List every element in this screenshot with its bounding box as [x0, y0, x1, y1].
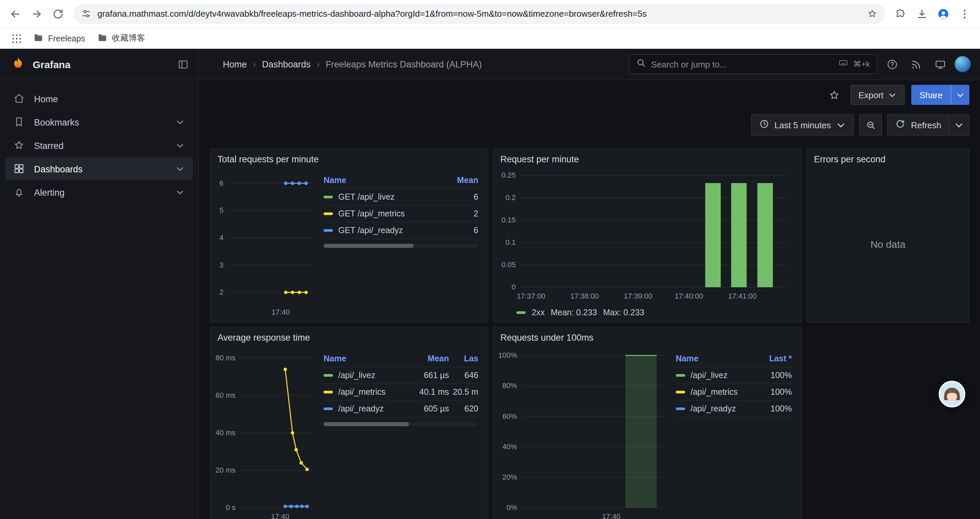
bookmark-icon	[13, 116, 25, 128]
menu-kebab-icon[interactable]	[955, 4, 975, 24]
panel-request-per-minute: Request per minute 0.250.20.150.10.05017…	[493, 148, 802, 323]
bookmark-freeleaps[interactable]: Freeleaps	[28, 30, 91, 47]
legend-header-name[interactable]: Name	[323, 176, 441, 185]
url-bar[interactable]	[73, 4, 885, 24]
panel-title[interactable]: Errors per second	[807, 149, 969, 166]
chevron-down-icon[interactable]	[175, 118, 185, 127]
legend-series[interactable]: /api/_livez	[323, 371, 406, 380]
series-name[interactable]: 2xx	[532, 308, 545, 317]
search-input[interactable]	[651, 59, 833, 69]
export-button[interactable]: Export	[850, 85, 905, 105]
panel-title[interactable]: Average response time	[211, 327, 488, 344]
home-icon	[13, 93, 25, 105]
sidebar-item-bookmarks[interactable]: Bookmarks	[5, 111, 193, 134]
svg-text:17:38:00: 17:38:00	[570, 292, 599, 300]
extensions-icon[interactable]	[891, 4, 911, 24]
breadcrumb-dashboards[interactable]: Dashboards	[262, 59, 310, 69]
legend-scrollbar-thumb[interactable]	[323, 244, 413, 248]
panel-title[interactable]: Request per minute	[494, 149, 801, 166]
time-range-picker[interactable]: Last 5 minutes	[751, 114, 854, 136]
request-per-minute-chart[interactable]: 0.250.20.150.10.05017:37:0017:38:0017:39…	[498, 166, 795, 305]
svg-text:2: 2	[220, 288, 223, 296]
bookmark-star-icon[interactable]	[867, 9, 877, 19]
legend-series[interactable]: GET /api/_metrics	[323, 209, 441, 219]
svg-text:40%: 40%	[502, 442, 517, 451]
assistant-avatar-button[interactable]	[939, 381, 965, 407]
total-requests-chart[interactable]: 6543217:40	[212, 166, 318, 318]
svg-text:17:40:00: 17:40:00	[675, 292, 703, 300]
chevron-down-icon[interactable]	[175, 164, 185, 174]
help-icon[interactable]	[883, 55, 901, 73]
legend-scrollbar[interactable]	[323, 244, 478, 248]
svg-text:5: 5	[220, 206, 223, 214]
panel-title[interactable]: Total requests per minute	[211, 149, 488, 166]
legend-series[interactable]: /api/_readyz	[676, 404, 754, 414]
legend-header-mean[interactable]: Mean	[441, 176, 478, 185]
legend-scrollbar-thumb[interactable]	[323, 422, 409, 426]
chevron-down-icon	[888, 91, 897, 99]
legend-header-mean[interactable]: Mean	[406, 354, 449, 363]
legend-value-mean: 605 µs	[406, 404, 449, 414]
apps-grid-icon[interactable]	[7, 29, 27, 48]
legend-header-name[interactable]: Name	[676, 354, 754, 363]
legend-series[interactable]: /api/_metrics	[676, 387, 754, 397]
requests-under-100ms-chart[interactable]: 100%80%60%40%20%0%17:40	[495, 344, 670, 519]
downloads-icon[interactable]	[912, 4, 932, 24]
legend-header-last[interactable]: Las	[449, 354, 478, 363]
series-name: GET /api/_readyz	[338, 226, 403, 235]
share-dropdown[interactable]	[951, 85, 969, 105]
series-swatch	[516, 311, 526, 314]
sidebar-item-dashboards[interactable]: Dashboards	[5, 158, 193, 180]
panel-title[interactable]: Requests under 100ms	[494, 327, 801, 344]
share-label[interactable]: Share	[912, 90, 951, 100]
site-settings-icon[interactable]	[81, 9, 91, 19]
legend-series[interactable]: /api/_readyz	[323, 404, 406, 414]
legend-header-last[interactable]: Last *	[754, 354, 792, 363]
export-label: Export	[858, 90, 883, 100]
legend-series[interactable]: GET /api/_livez	[323, 192, 441, 202]
svg-text:17:41:00: 17:41:00	[728, 292, 757, 300]
legend-header-name[interactable]: Name	[323, 354, 406, 363]
favorite-star-icon[interactable]	[825, 86, 843, 104]
user-avatar[interactable]	[955, 56, 970, 72]
rss-icon[interactable]	[907, 55, 925, 73]
browser-toolbar	[0, 0, 980, 27]
series-name: /api/_metrics	[338, 387, 386, 397]
breadcrumb-home[interactable]: Home	[223, 59, 247, 69]
time-controls: Last 5 minutes Refresh	[199, 110, 980, 140]
dashboard-canvas: Total requests per minute 6543217:40 Nam…	[199, 140, 980, 519]
dock-sidebar-icon[interactable]	[177, 58, 189, 70]
svg-text:0.2: 0.2	[505, 193, 516, 202]
share-button[interactable]: Share	[912, 85, 969, 105]
breadcrumb-current: Freeleaps Metrics Dashboard (ALPHA)	[326, 59, 482, 69]
legend-series[interactable]: GET /api/_readyz	[323, 226, 441, 235]
average-response-time-chart[interactable]: 80 ms60 ms40 ms20 ms0 s17:40	[212, 344, 318, 519]
series-legend[interactable]: 2xx Mean: 0.233 Max: 0.233	[498, 305, 795, 321]
zoom-out-icon[interactable]	[859, 114, 882, 136]
monitor-icon[interactable]	[931, 55, 949, 73]
series-swatch	[323, 407, 333, 410]
chevron-down-icon[interactable]	[175, 188, 185, 197]
clock-icon	[759, 119, 769, 131]
profile-avatar[interactable]	[933, 4, 953, 24]
sidebar-item-home[interactable]: Home	[5, 88, 193, 110]
refresh-button[interactable]: Refresh	[888, 114, 949, 136]
reload-button[interactable]	[48, 4, 68, 24]
sidebar-item-alerting[interactable]: Alerting	[5, 181, 193, 204]
legend-value-mean: 2	[441, 209, 478, 219]
url-input[interactable]	[97, 9, 861, 19]
legend-series[interactable]: /api/_livez	[676, 371, 754, 380]
back-button[interactable]	[5, 4, 25, 24]
legend-scrollbar[interactable]	[323, 422, 478, 426]
legend-row: GET /api/_readyz6	[323, 222, 478, 239]
grafana-app: Grafana HomeBookmarksStarredDashboardsAl…	[0, 49, 980, 519]
grafana-logo[interactable]	[11, 57, 25, 72]
bookmark-blog-folder[interactable]: 收藏博客	[92, 30, 150, 47]
bookmark-label: Freeleaps	[48, 34, 85, 43]
chevron-down-icon[interactable]	[175, 141, 185, 150]
legend-series[interactable]: /api/_metrics	[323, 387, 406, 397]
refresh-interval-dropdown[interactable]	[949, 114, 969, 136]
forward-button[interactable]	[27, 4, 47, 24]
sidebar-item-starred[interactable]: Starred	[5, 134, 193, 157]
search-box[interactable]: ⌘+k	[629, 54, 877, 74]
